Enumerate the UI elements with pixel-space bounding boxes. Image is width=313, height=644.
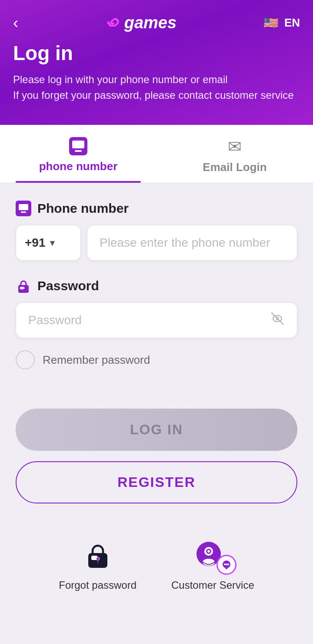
language-label: EN [284,16,300,30]
phone-tab-label: phone number [39,160,118,173]
header-description: Please log in with your phone number or … [13,72,300,103]
phone-label-row: Phone number [16,201,297,216]
header: ‹ ꩜ games 🇺🇸 EN Log in Please log in wit… [0,0,313,125]
country-code-selector[interactable]: +91 ▾ [16,225,81,261]
back-button[interactable]: ‹ [13,15,18,31]
register-button[interactable]: Register [16,461,297,503]
login-form: Phone number +91 ▾ Password [0,183,313,404]
email-tab-icon: ✉ [228,137,242,156]
login-tabs: phone number ✉ Email Login [0,125,313,183]
lock-icon [16,278,31,294]
svg-point-19 [226,564,227,565]
password-label: Password [37,278,99,293]
phone-number-input[interactable] [87,225,297,261]
svg-point-16 [207,550,210,553]
svg-point-20 [227,564,229,565]
remember-password-row: Remember password [16,350,297,369]
country-code-value: +91 [25,236,46,250]
password-input-wrap [16,302,297,338]
customer-service-icon [193,538,232,573]
password-section: Password Remember password [16,278,297,369]
logo: ꩜ games [103,13,176,33]
login-button[interactable]: Log in [16,409,297,451]
forgot-password-icon [80,538,115,573]
buttons-section: Log in Register [0,404,313,521]
svg-point-18 [224,564,226,565]
flag-icon: 🇺🇸 [262,13,281,33]
password-input[interactable] [28,303,270,338]
forgot-password-label: Forgot password [59,579,137,591]
phone-section: Phone number +91 ▾ [16,201,297,261]
password-label-row: Password [16,278,297,294]
remember-password-checkbox[interactable] [16,350,35,369]
phone-label: Phone number [37,201,129,216]
floating-chat-bubble [216,555,236,575]
tabs-container: phone number ✉ Email Login [0,125,313,183]
forgot-password-link[interactable]: Forgot password [59,538,137,591]
phone-tab-icon [69,137,87,155]
email-tab-label: Email Login [203,161,266,174]
tab-phone[interactable]: phone number [0,125,156,183]
tab-email[interactable]: ✉ Email Login [156,125,313,183]
footer-links: Forgot password C [0,521,313,617]
customer-service-link[interactable]: Customer Service [171,538,254,591]
customer-service-label: Customer Service [171,579,254,591]
logo-symbol: ꩜ [103,13,121,33]
toggle-password-icon[interactable] [270,311,285,329]
remember-password-label: Remember password [43,353,150,367]
phone-field-icon [16,201,31,216]
page-title: Log in [13,41,300,65]
chevron-down-icon: ▾ [50,238,54,248]
logo-text: games [124,13,176,32]
language-button[interactable]: 🇺🇸 EN [262,13,300,33]
phone-input-row: +91 ▾ [16,225,297,261]
